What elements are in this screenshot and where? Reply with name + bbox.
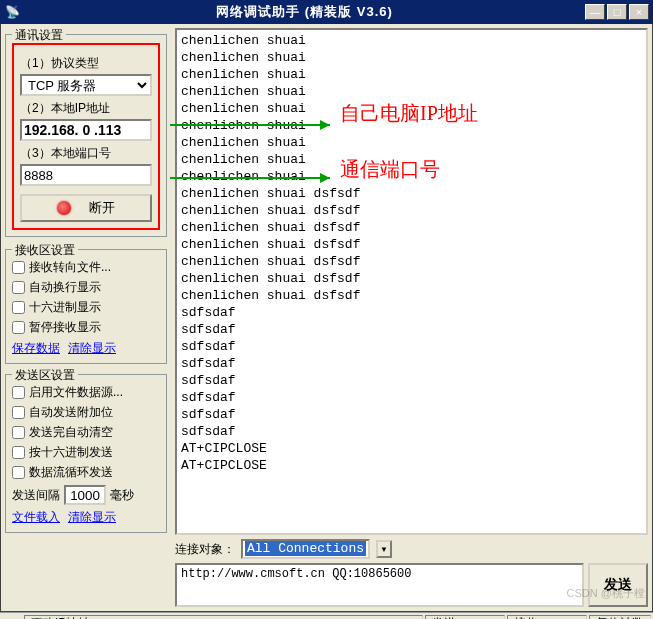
disconnect-button[interactable]: 断开 bbox=[20, 194, 152, 222]
tx-fileload-link[interactable]: 文件载入 bbox=[12, 509, 60, 526]
rx-pause-checkbox[interactable] bbox=[12, 321, 25, 334]
protocol-label: （1）协议类型 bbox=[20, 55, 152, 72]
protocol-select[interactable]: TCP 服务器 bbox=[20, 74, 152, 96]
rx-to-file-checkbox[interactable] bbox=[12, 261, 25, 274]
log-textarea[interactable]: chenlichen shuai chenlichen shuai chenli… bbox=[175, 28, 648, 535]
conn-dropdown-icon[interactable]: ▼ bbox=[376, 540, 392, 558]
status-reset[interactable]: 复位计数 bbox=[589, 615, 651, 620]
disconnect-label: 断开 bbox=[89, 199, 115, 217]
tx-autoappend-checkbox[interactable] bbox=[12, 406, 25, 419]
rx-settings-group: 接收区设置 接收转向文件... 自动换行显示 十六进制显示 暂停接收显示 保存数… bbox=[5, 249, 167, 364]
port-input[interactable] bbox=[20, 164, 152, 186]
status-sent: 发送： 1120 bbox=[425, 615, 505, 620]
send-input[interactable]: http://www.cmsoft.cn QQ:10865600 bbox=[175, 563, 584, 607]
ip-label: （2）本地IP地址 bbox=[20, 100, 152, 117]
comm-legend: 通讯设置 bbox=[12, 27, 66, 44]
tx-legend: 发送区设置 bbox=[12, 367, 78, 384]
close-button[interactable]: × bbox=[629, 4, 649, 20]
rx-hex-checkbox[interactable] bbox=[12, 301, 25, 314]
rx-autowrap-checkbox[interactable] bbox=[12, 281, 25, 294]
interval-input[interactable] bbox=[64, 485, 106, 505]
rx-save-link[interactable]: 保存数据 bbox=[12, 340, 60, 357]
status-dot-icon bbox=[57, 201, 71, 215]
highlight-box: （1）协议类型 TCP 服务器 （2）本地IP地址 （3）本地端口号 断开 bbox=[12, 43, 160, 230]
tx-filesrc-checkbox[interactable] bbox=[12, 386, 25, 399]
conn-label: 连接对象： bbox=[175, 541, 235, 558]
maximize-button[interactable]: □ bbox=[607, 4, 627, 20]
tx-clear-link[interactable]: 清除显示 bbox=[68, 509, 116, 526]
window-title: 网络调试助手 (精装版 V3.6) bbox=[24, 3, 585, 21]
status-bar: 更改IP地址 发送： 1120 接收： 1065 复位计数 bbox=[0, 612, 653, 619]
rx-clear-link[interactable]: 清除显示 bbox=[68, 340, 116, 357]
tx-loop-checkbox[interactable] bbox=[12, 466, 25, 479]
interval-unit: 毫秒 bbox=[110, 487, 134, 504]
status-recv: 接收： 1065 bbox=[507, 615, 587, 620]
tx-autoclr-checkbox[interactable] bbox=[12, 426, 25, 439]
gear-icon[interactable] bbox=[4, 616, 20, 620]
ip-input[interactable] bbox=[20, 119, 152, 141]
tx-hex-checkbox[interactable] bbox=[12, 446, 25, 459]
minimize-button[interactable]: — bbox=[585, 4, 605, 20]
right-panel: chenlichen shuai chenlichen shuai chenli… bbox=[171, 24, 652, 611]
tx-settings-group: 发送区设置 启用文件数据源... 自动发送附加位 发送完自动清空 按十六进制发送… bbox=[5, 374, 167, 533]
comm-settings-group: 通讯设置 （1）协议类型 TCP 服务器 （2）本地IP地址 （3）本地端口号 … bbox=[5, 34, 167, 237]
conn-select[interactable]: All Connections bbox=[241, 539, 370, 559]
titlebar: 📡 网络调试助手 (精装版 V3.6) — □ × bbox=[0, 0, 653, 24]
status-changeip[interactable]: 更改IP地址 bbox=[24, 615, 423, 620]
port-label: （3）本地端口号 bbox=[20, 145, 152, 162]
left-panel: 通讯设置 （1）协议类型 TCP 服务器 （2）本地IP地址 （3）本地端口号 … bbox=[1, 24, 171, 611]
interval-label: 发送间隔 bbox=[12, 487, 60, 504]
app-icon: 📡 bbox=[4, 4, 20, 20]
watermark: CSDN @桃子樘 bbox=[567, 586, 645, 601]
rx-legend: 接收区设置 bbox=[12, 242, 78, 259]
